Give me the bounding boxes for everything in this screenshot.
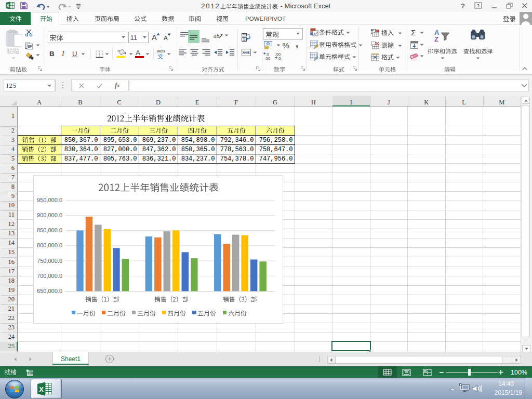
svg-text:X: X — [39, 385, 44, 393]
